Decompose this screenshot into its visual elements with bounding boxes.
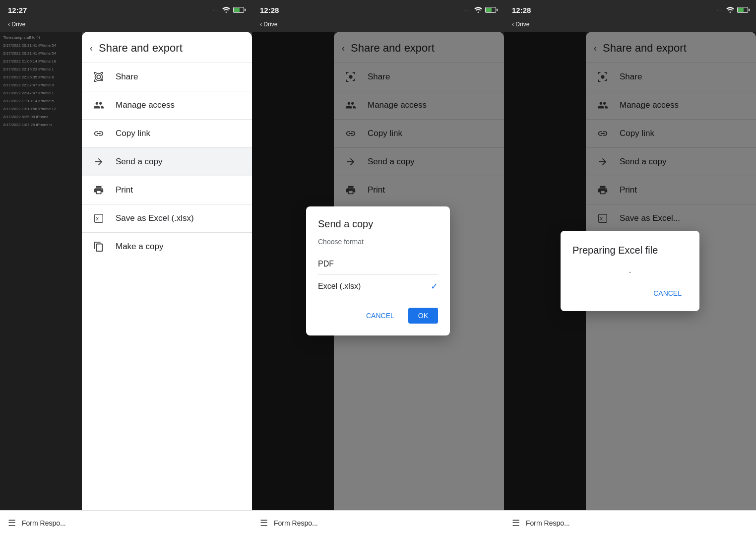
sheet-row: 2/17/2022 5:25:08 iPhone [3,113,79,121]
print-icon-1 [92,183,106,197]
dialog-title-2: Send a copy [318,218,438,230]
svg-text:X: X [96,217,99,221]
status-icons-1: ··· [213,7,244,13]
link-icon-1 [92,127,106,140]
drive-bar-2: ‹ Drive [252,18,504,32]
sendcopy-icon-1 [92,155,106,169]
sheet-row: 2/17/2022 22:25:35 iPhone 8 [3,73,79,81]
dialog-overlay-2: Send a copy Choose format PDF Excel (.xl… [252,32,504,510]
preparing-title: Preparing Excel file [572,245,658,256]
menu-item-makecopy-1[interactable]: Make a copy [82,233,252,261]
sheet-row: 2/17/2022 13:18:56 iPhone 12 [3,105,79,113]
time-1: 12:27 [8,6,27,14]
panel-3: 12:28 ··· ‹ Drive ‹ Share and export Sha… [504,0,756,535]
drawer-title-1: Share and export [99,42,183,55]
sheet-row: 2/17/2022 22:37:47 iPhone 9 [3,81,79,89]
share-icon-1 [92,70,106,84]
drawer-header-1: ‹ Share and export [82,32,252,63]
hamburger-icon-2[interactable]: ☰ [260,518,268,529]
status-icons-3: ··· [717,7,748,13]
panel-2: 12:28 ··· ‹ Drive ‹ Share and export Sha… [252,0,504,535]
sheet-row: 2/17/2022 22:15:23 iPhone 1 [3,66,79,73]
bottom-bar-3: ☰ Form Respo... [504,510,756,535]
drive-back-3[interactable]: ‹ Drive [512,21,529,28]
sheet-bg-1: Timestamp staff to fri2/17/2022 20:31:41… [0,32,82,510]
menu-label-makecopy-1: Make a copy [116,242,163,252]
drawer-1: ‹ Share and export Share Manage access C… [82,32,252,510]
battery-icon-1 [233,7,244,13]
option-pdf-label: PDF [318,260,334,268]
time-2: 12:28 [260,6,279,14]
time-3: 12:28 [512,6,531,14]
preparing-dot: · [572,266,688,277]
menu-item-print-1[interactable]: Print [82,176,252,204]
drive-bar-1: ‹ Drive [0,18,252,32]
preparing-overlay: Preparing Excel file · Cancel [504,32,756,510]
manage-icon-1 [92,98,106,112]
menu-label-copylink-1: Copy link [116,129,150,138]
dialog-subtitle-2: Choose format [318,238,438,246]
option-excel-label: Excel (.xlsx) [318,282,361,291]
hamburger-icon-1[interactable]: ☰ [8,518,16,529]
menu-label-share-1: Share [116,72,138,82]
menu-item-sendcopy-1[interactable]: Send a copy [82,148,252,176]
cancel-button-3[interactable]: Cancel [647,285,688,301]
battery-icon-3 [737,7,748,13]
wifi-icon-3 [726,7,734,13]
drawer-back-btn-1[interactable]: ‹ [90,43,93,54]
hamburger-icon-3[interactable]: ☰ [512,518,520,529]
bottom-label-2: Form Respo... [274,519,318,527]
bottom-bar-2: ☰ Form Respo... [252,510,504,535]
status-bar-3: 12:28 ··· [504,0,756,18]
sheet-row: 2/17/2022 1:07:25 iPhone h [3,121,79,129]
cancel-button-2[interactable]: Cancel [360,308,400,324]
sheet-row: Timestamp staff to fri [3,34,79,42]
makecopy-icon-1 [92,240,106,254]
bottom-label-1: Form Respo... [22,519,66,527]
excel-icon-1: X [92,211,106,225]
preparing-dialog: Preparing Excel file · Cancel [561,231,699,311]
dots-icon-3: ··· [717,7,723,13]
sheet-row: 2/17/2022 20:31:41 iPhone 54 [3,50,79,58]
menu-item-manage-1[interactable]: Manage access [82,91,252,119]
drive-back-2[interactable]: ‹ Drive [260,21,277,28]
sheet-row: 2/17/2022 22:47:47 iPhone 1 [3,89,79,97]
status-icons-2: ··· [465,7,496,13]
menu-item-share-1[interactable]: Share [82,63,252,91]
menu-item-copylink-1[interactable]: Copy link [82,120,252,147]
drive-bar-3: ‹ Drive [504,18,756,32]
ok-button-2[interactable]: OK [408,308,438,324]
send-copy-dialog: Send a copy Choose format PDF Excel (.xl… [306,206,450,335]
panel-1: 12:27 ··· ‹ Drive Timestamp staff to fri… [0,0,252,535]
menu-item-excel-1[interactable]: X Save as Excel (.xlsx) [82,204,252,232]
sheet-rows-1: Timestamp staff to fri2/17/2022 20:31:41… [0,32,82,131]
status-bar-2: 12:28 ··· [252,0,504,18]
bottom-label-3: Form Respo... [526,519,570,527]
status-bar-1: 12:27 ··· [0,0,252,18]
preparing-actions: Cancel [572,285,688,301]
dots-icon-1: ··· [213,7,219,13]
bottom-bar-1: ☰ Form Respo... [0,510,252,535]
sheet-row: 2/17/2022 11:18:14 iPhone 5 [3,97,79,105]
menu-label-excel-1: Save as Excel (.xlsx) [116,213,194,223]
dots-icon-2: ··· [465,7,471,13]
menu-label-sendcopy-1: Send a copy [116,157,163,167]
menu-label-manage-1: Manage access [116,100,175,110]
option-excel[interactable]: Excel (.xlsx) ✓ [318,275,438,298]
drive-back-1[interactable]: ‹ Drive [8,21,25,28]
sheet-row: 2/17/2022 20:31:41 iPhone 54 [3,42,79,50]
option-pdf[interactable]: PDF [318,254,438,274]
wifi-icon-2 [474,7,482,13]
check-icon: ✓ [431,281,438,292]
menu-label-print-1: Print [116,185,133,195]
wifi-icon-1 [222,7,230,13]
dialog-actions-2: Cancel OK [318,308,438,324]
battery-icon-2 [485,7,496,13]
sheet-row: 2/17/2022 21:05:14 iPhone 18 [3,58,79,66]
